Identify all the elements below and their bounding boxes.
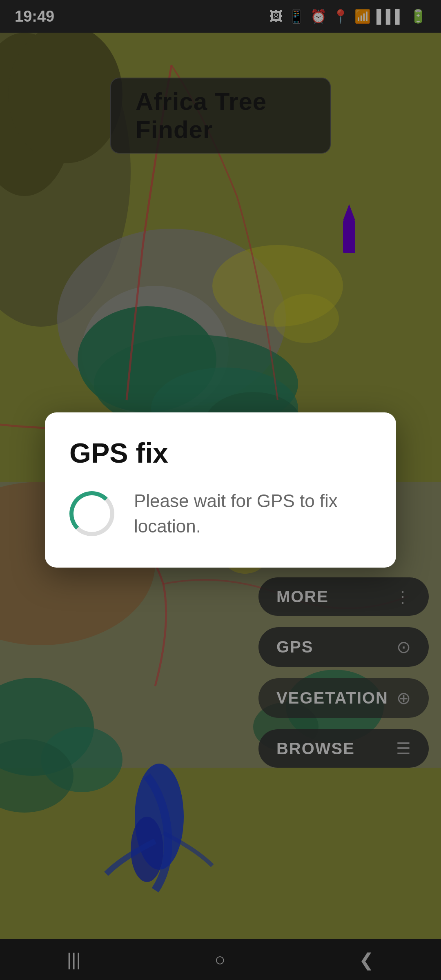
gps-dialog: GPS fix Please wait for GPS to fix locat… — [45, 412, 396, 567]
dialog-message: Please wait for GPS to fix location. — [134, 488, 372, 539]
loading-spinner-container — [69, 491, 114, 536]
dialog-body: Please wait for GPS to fix location. — [69, 488, 372, 539]
dialog-overlay: GPS fix Please wait for GPS to fix locat… — [0, 0, 441, 980]
dialog-title: GPS fix — [69, 437, 372, 469]
gps-loading-spinner — [69, 491, 114, 536]
